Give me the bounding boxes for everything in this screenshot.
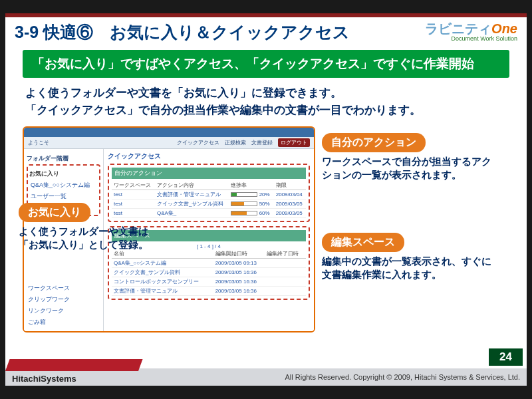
sidebar-item[interactable]: Q&A集_○○システム編 xyxy=(29,180,98,191)
table-row[interactable]: 文書評価・管理マニュアル2009/03/05 16:36 xyxy=(112,287,306,296)
link-logout[interactable]: ログアウト xyxy=(278,138,310,147)
table-row[interactable]: test文書評価・管理マニュアル 20%2009/03/04 xyxy=(112,190,306,200)
sidebar-item[interactable]: ごみ箱 xyxy=(27,317,100,328)
quickaccess-header: クイックアクセス xyxy=(108,152,310,161)
table-row[interactable]: Q&A集_○○システム編2009/03/05 09:13 xyxy=(112,259,306,268)
link-register[interactable]: 文書登録 xyxy=(251,139,273,146)
sidebar-item[interactable]: クリップワーク xyxy=(27,294,100,305)
edit-table: 名前編集開始日時編集終了日時 Q&A集_○○システム編2009/03/05 09… xyxy=(112,249,306,296)
content-area: ようこそ クイックアクセス 正規検索 文書登録 ログアウト フォルダー階層 お気… xyxy=(23,126,509,339)
table-row[interactable]: コントロールボックスアセンブリー2009/03/05 16:36 xyxy=(112,277,306,287)
callout-actions: 自分のアクション ワークスペースで自分が担当するアクションの一覧が表示されます。 xyxy=(322,133,495,182)
footer-accent xyxy=(5,359,143,371)
window-titlebar xyxy=(24,128,314,137)
sidebar-item[interactable]: ユーザー一覧 xyxy=(29,191,98,202)
page-number: 24 xyxy=(489,348,523,366)
product-logo: ラビニティOne Document Work Solution xyxy=(425,22,517,42)
sidebar-item[interactable]: リンクワーク xyxy=(27,305,100,317)
copyright: All Rights Reserved. Copyright © 2009, H… xyxy=(285,373,520,381)
table-row[interactable]: クイック文書_サンプル資料2009/03/05 16:36 xyxy=(112,268,306,277)
title-row: 3-9 快適⑥ お気に入り＆クイックアクセス ラビニティOne Document… xyxy=(5,17,527,50)
link-quickaccess[interactable]: クイックアクセス xyxy=(177,139,219,146)
footer: HitachiSystems All Rights Reserved. Copy… xyxy=(5,368,527,386)
subtitle-bar: 「お気に入り」ですばやくアクセス、「クイックアクセス」ですぐに作業開始 xyxy=(23,50,509,78)
lead-text: よく使うフォルダーや文書を「お気に入り」に登録できます。 「クイックアクセス」で… xyxy=(5,78,527,124)
callout-favorites: お気に入り よく使うフォルダーや文書は「お気に入り」として登録。 xyxy=(19,203,165,252)
callout-editspace: 編集スペース 編集中の文書が一覧表示され、すぐに文書編集作業に入れます。 xyxy=(322,233,495,282)
sidebar-item[interactable]: ワークスペース xyxy=(27,283,100,294)
slide: 3-9 快適⑥ お気に入り＆クイックアクセス ラビニティOne Document… xyxy=(5,13,527,386)
link-search[interactable]: 正規検索 xyxy=(225,139,246,146)
footer-brand: HitachiSystems xyxy=(12,374,76,384)
app-topbar: ようこそ クイックアクセス 正規検索 文書登録 ログアウト xyxy=(24,137,314,149)
page-title: 3-9 快適⑥ お気に入り＆クイックアクセス xyxy=(15,21,350,43)
